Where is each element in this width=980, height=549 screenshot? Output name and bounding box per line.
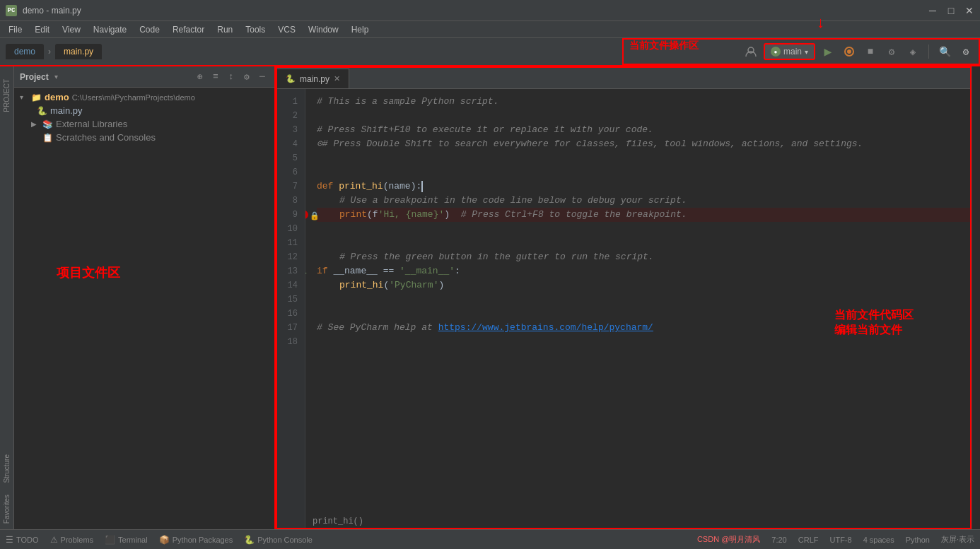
todo-label: TODO (16, 536, 39, 544)
code-line-12: # Press the green button in the gutter t… (317, 250, 970, 264)
status-language[interactable]: Python (906, 536, 930, 544)
code-line-8: # Use a breakpoint in the code line belo… (317, 194, 970, 208)
vertical-tab-favorites[interactable]: Favorites (1, 489, 12, 529)
toolbar-annotation: 当前文件操作区 (629, 40, 699, 52)
project-dropdown-arrow[interactable]: ▾ (54, 73, 58, 81)
run-config-dropdown[interactable]: ● main ▾ (764, 43, 815, 60)
status-problems[interactable]: ⚠ Problems (50, 535, 93, 545)
menu-bar: File Edit View Navigate Code Refactor Ru… (0, 21, 980, 38)
menu-tools[interactable]: Tools (240, 23, 271, 36)
editor-tab-main-py[interactable]: 🐍 main.py ✕ (277, 69, 349, 88)
locate-icon[interactable]: ⊕ (194, 71, 206, 83)
search-button[interactable]: 🔍 (936, 43, 953, 60)
menu-vcs[interactable]: VCS (272, 23, 301, 36)
status-terminal[interactable]: ⬛ Terminal (105, 535, 148, 545)
maximize-button[interactable]: □ (946, 6, 956, 16)
minimize-button[interactable]: ─ (928, 6, 938, 16)
code-line-9: 🔒 print(f'Hi, {name}') # Press Ctrl+F8 t… (317, 208, 970, 222)
menu-view[interactable]: View (57, 23, 86, 36)
editor-tab-close[interactable]: ✕ (334, 74, 340, 83)
tree-item-main-py[interactable]: 🐍 main.py (14, 104, 274, 117)
scrollbar-right[interactable] (972, 66, 980, 529)
problems-icon: ⚠ (50, 535, 58, 545)
run-config-arrow: ▾ (805, 48, 808, 56)
status-watermark: CSDN @明月清风 (697, 534, 760, 545)
code-line-1: # This is a sample Python script. (317, 95, 970, 109)
build-button[interactable]: ⚙ (883, 43, 900, 60)
menu-window[interactable]: Window (303, 23, 344, 36)
sort-icon[interactable]: ↕ (225, 71, 238, 83)
gear-icon[interactable]: ⚙ (240, 71, 253, 83)
code-line-15 (317, 293, 970, 307)
project-tab[interactable]: demo (6, 44, 44, 59)
close-panel-icon[interactable]: ─ (256, 71, 269, 83)
status-crlf[interactable]: CRLF (798, 536, 819, 544)
menu-file[interactable]: File (3, 23, 28, 36)
code-line-7: def print_hi(name): (317, 179, 970, 194)
tree-item-external-libraries[interactable]: ▶ 📚 External Libraries (14, 117, 274, 131)
status-python-packages[interactable]: 📦 Python Packages (159, 535, 233, 545)
status-charset[interactable]: UTF-8 (829, 536, 851, 544)
code-line-10 (317, 222, 970, 236)
vertical-tab-structure[interactable]: Structure (1, 449, 12, 489)
tree-item-scratches[interactable]: ▶ 📋 Scratches and Consoles (14, 131, 274, 144)
title-bar: PC demo - main.py ─ □ ✕ (0, 0, 980, 21)
line-numbers: 1 2 3 4 5 6 7 8 9 10 11 12 13 14 15 16 1… (277, 89, 305, 528)
code-line-17: # See PyCharm help at https://www.jetbra… (317, 321, 970, 335)
status-todo[interactable]: ☰ TODO (6, 535, 39, 545)
collapse-icon[interactable]: ≡ (209, 71, 222, 83)
tree-item-demo[interactable]: ▾ 📁 demo C:\Users\mi\PycharmProjects\dem… (14, 90, 274, 104)
title-bar-left: PC demo - main.py (6, 5, 81, 16)
editor-tab-label: main.py (300, 74, 329, 84)
settings-button[interactable]: ⚙ (957, 43, 974, 60)
account-button[interactable] (742, 43, 759, 60)
python-packages-label: Python Packages (173, 536, 233, 544)
terminal-icon: ⬛ (105, 535, 115, 545)
main-layout: PROJECT Structure Favorites Project ▾ ⊕ … (0, 66, 980, 529)
code-content[interactable]: # This is a sample Python script. # Pres… (305, 89, 970, 528)
title-bar-controls: ─ □ ✕ (928, 6, 974, 16)
terminal-label: Terminal (118, 536, 148, 544)
project-panel: Project ▾ ⊕ ≡ ↕ ⚙ ─ ▾ 📁 demo C:\Users\mi… (14, 66, 276, 529)
code-line-13: ▶ if __name__ == '__main__': (317, 264, 970, 278)
run-button[interactable]: ▶ (819, 43, 836, 60)
app-icon: PC (6, 5, 17, 16)
editor-tabs: 🐍 main.py ✕ (277, 68, 970, 89)
project-panel-title: Project (20, 72, 49, 82)
coverage-button[interactable]: ◈ (904, 43, 921, 60)
menu-navigate[interactable]: Navigate (88, 23, 132, 36)
vertical-tab-project[interactable]: PROJECT (1, 73, 12, 118)
menu-edit[interactable]: Edit (29, 23, 55, 36)
code-line-11 (317, 236, 970, 250)
status-bar-right: CSDN @明月清风 7:20 CRLF UTF-8 4 spaces Pyth… (697, 534, 974, 545)
vertical-tabs: PROJECT Structure Favorites (0, 66, 14, 529)
project-panel-header: Project ▾ ⊕ ≡ ↕ ⚙ ─ (14, 66, 274, 88)
panel-header-icons: ⊕ ≡ ↕ ⚙ ─ (194, 71, 269, 83)
stop-button[interactable]: ■ (862, 43, 879, 60)
event-log-label: 灰屏·表示 (941, 534, 974, 545)
close-button[interactable]: ✕ (964, 6, 974, 16)
python-packages-icon: 📦 (159, 535, 170, 545)
status-python-console[interactable]: 🐍 Python Console (244, 535, 313, 545)
code-line-4: ⊙# Press Double Shift to search everywhe… (317, 137, 970, 151)
menu-refactor[interactable]: Refactor (167, 23, 210, 36)
file-tab[interactable]: main.py (55, 44, 102, 59)
code-line-14: print_hi('PyCharm') (317, 278, 970, 293)
code-line-5 (317, 151, 970, 165)
status-event-log[interactable]: 灰屏·表示 (941, 534, 974, 545)
python-console-label: Python Console (257, 536, 313, 544)
menu-run[interactable]: Run (211, 23, 238, 36)
debug-button[interactable] (841, 43, 858, 60)
editor-area: 🐍 main.py ✕ 1 2 3 4 5 6 7 8 9 10 11 12 (276, 66, 972, 529)
code-line-3: # Press Shift+F10 to execute it or repla… (317, 123, 970, 137)
python-console-icon: 🐍 (244, 535, 255, 545)
menu-help[interactable]: Help (346, 23, 375, 36)
status-bar: ☰ TODO ⚠ Problems ⬛ Terminal 📦 Python Pa… (0, 529, 980, 549)
app-title: demo - main.py (23, 6, 81, 16)
code-line-2 (317, 109, 970, 123)
code-editor[interactable]: 1 2 3 4 5 6 7 8 9 10 11 12 13 14 15 16 1… (277, 89, 970, 528)
menu-code[interactable]: Code (134, 23, 165, 36)
code-line-6 (317, 165, 970, 179)
status-indent[interactable]: 4 spaces (863, 536, 894, 544)
status-position[interactable]: 7:20 (771, 536, 786, 544)
